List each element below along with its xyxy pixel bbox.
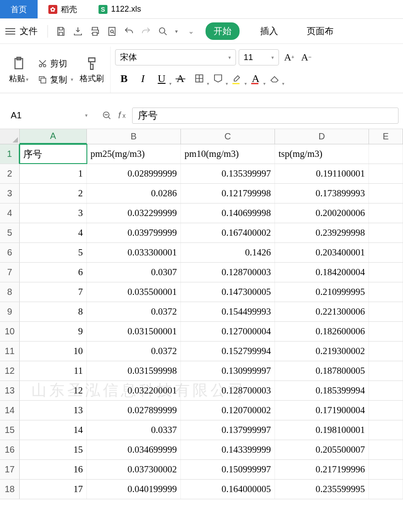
- cell[interactable]: 0.203400001: [275, 243, 369, 262]
- row-header[interactable]: 8: [0, 282, 20, 302]
- cell[interactable]: 0.185399994: [275, 381, 369, 400]
- print-button[interactable]: [87, 24, 103, 39]
- cell[interactable]: 3: [20, 203, 87, 223]
- cell[interactable]: 0.198100001: [275, 420, 369, 440]
- tab-docker[interactable]: ✿ 稻壳: [38, 0, 88, 18]
- highlight-button[interactable]: ▾: [228, 70, 246, 87]
- zoom-out-icon[interactable]: [102, 111, 112, 121]
- cell[interactable]: [369, 282, 403, 302]
- cell[interactable]: 0.147300005: [181, 282, 275, 302]
- cell[interactable]: [369, 322, 403, 341]
- cell[interactable]: 0.239299998: [275, 223, 369, 242]
- cell[interactable]: 0.128700003: [181, 263, 275, 282]
- row-header[interactable]: 16: [0, 440, 20, 459]
- cell[interactable]: 0.184200004: [275, 263, 369, 282]
- col-header-A[interactable]: A: [20, 129, 87, 144]
- row-header[interactable]: 9: [0, 302, 20, 321]
- col-header-D[interactable]: D: [275, 129, 369, 144]
- row-header[interactable]: 13: [0, 381, 20, 400]
- row-header[interactable]: 18: [0, 480, 20, 499]
- row-header[interactable]: 14: [0, 401, 20, 420]
- file-menu[interactable]: 文件: [18, 25, 42, 37]
- cell[interactable]: 0.035500001: [87, 282, 181, 302]
- cell[interactable]: 0.140699998: [181, 203, 275, 223]
- font-name-select[interactable]: 宋体 ▾: [115, 49, 236, 65]
- cell[interactable]: 0.150999997: [181, 460, 275, 479]
- cell[interactable]: 0.127000004: [181, 322, 275, 341]
- borders-button[interactable]: ▾: [190, 70, 208, 87]
- paste-button[interactable]: 粘贴▾: [6, 54, 31, 86]
- cell[interactable]: 0.121799998: [181, 184, 275, 203]
- cell[interactable]: 0.167400002: [181, 223, 275, 242]
- cell[interactable]: 9: [20, 322, 87, 341]
- cell[interactable]: [369, 144, 403, 164]
- cell[interactable]: [369, 243, 403, 262]
- tab-home[interactable]: 首页: [0, 0, 38, 18]
- cell[interactable]: 17: [20, 480, 87, 499]
- cell[interactable]: 2: [20, 184, 87, 203]
- copy-button[interactable]: 复制▾: [38, 74, 73, 86]
- cell[interactable]: [369, 203, 403, 223]
- strikethrough-button[interactable]: A: [171, 70, 189, 87]
- cell[interactable]: 0.173899993: [275, 184, 369, 203]
- cell[interactable]: 0.182600006: [275, 322, 369, 341]
- row-header[interactable]: 2: [0, 164, 20, 183]
- cell[interactable]: 0.135399997: [181, 164, 275, 183]
- name-box[interactable]: A1 ▾: [4, 108, 94, 124]
- row-header[interactable]: 5: [0, 223, 20, 242]
- cell[interactable]: 0.187800005: [275, 361, 369, 381]
- select-all-corner[interactable]: [0, 129, 20, 144]
- cell[interactable]: 0.032200001: [87, 381, 181, 400]
- cell[interactable]: 0.120700002: [181, 401, 275, 420]
- cell[interactable]: 0.191100001: [275, 164, 369, 183]
- print-preview-button[interactable]: [104, 24, 120, 39]
- format-painter-button[interactable]: 格式刷: [77, 54, 107, 86]
- eraser-button[interactable]: ▾: [266, 70, 283, 87]
- cell[interactable]: 0.034699999: [87, 440, 181, 459]
- cell[interactable]: 12: [20, 381, 87, 400]
- cell[interactable]: 0.039799999: [87, 223, 181, 242]
- cell[interactable]: 0.128700003: [181, 381, 275, 400]
- cell[interactable]: [369, 460, 403, 479]
- col-header-B[interactable]: B: [87, 129, 181, 144]
- cell[interactable]: 0.0286: [87, 184, 181, 203]
- cell[interactable]: 13: [20, 401, 87, 420]
- cell[interactable]: 0.152799994: [181, 342, 275, 361]
- cell[interactable]: 0.137999997: [181, 420, 275, 440]
- cell[interactable]: 4: [20, 223, 87, 242]
- row-header[interactable]: 10: [0, 322, 20, 341]
- cell[interactable]: [369, 361, 403, 381]
- cell[interactable]: 0.171900004: [275, 401, 369, 420]
- cell[interactable]: [369, 440, 403, 459]
- col-header-C[interactable]: C: [181, 129, 275, 144]
- cell[interactable]: [369, 263, 403, 282]
- cell[interactable]: 8: [20, 302, 87, 321]
- cell[interactable]: [369, 480, 403, 499]
- cell[interactable]: 0.040199999: [87, 480, 181, 499]
- cell[interactable]: [369, 302, 403, 321]
- cell[interactable]: 0.210999995: [275, 282, 369, 302]
- cut-button[interactable]: 剪切: [38, 58, 73, 69]
- cell[interactable]: 7: [20, 282, 87, 302]
- search-button[interactable]: [155, 24, 171, 39]
- row-header[interactable]: 6: [0, 243, 20, 262]
- save-button[interactable]: [53, 24, 69, 39]
- cell[interactable]: [369, 381, 403, 400]
- redo-button[interactable]: [138, 24, 154, 39]
- cell[interactable]: 0.154499993: [181, 302, 275, 321]
- cell[interactable]: 0.200200006: [275, 203, 369, 223]
- cell[interactable]: 0.0337: [87, 420, 181, 440]
- cell[interactable]: 0.031599998: [87, 361, 181, 381]
- cell[interactable]: 0.205500007: [275, 440, 369, 459]
- cell[interactable]: tsp(mg/m3): [275, 144, 369, 164]
- cell[interactable]: 0.130999997: [181, 361, 275, 381]
- formula-input[interactable]: 序号: [132, 108, 399, 124]
- search-dropdown-caret[interactable]: ▾: [172, 28, 180, 35]
- cell[interactable]: 6: [20, 263, 87, 282]
- cell[interactable]: 0.0372: [87, 302, 181, 321]
- ribbon-tab-insert[interactable]: 插入: [252, 22, 286, 40]
- cell[interactable]: pm10(mg/m3): [181, 144, 275, 164]
- ribbon-tab-page[interactable]: 页面布: [299, 22, 342, 40]
- cell[interactable]: 0.0307: [87, 263, 181, 282]
- cell[interactable]: pm25(mg/m3): [87, 144, 181, 164]
